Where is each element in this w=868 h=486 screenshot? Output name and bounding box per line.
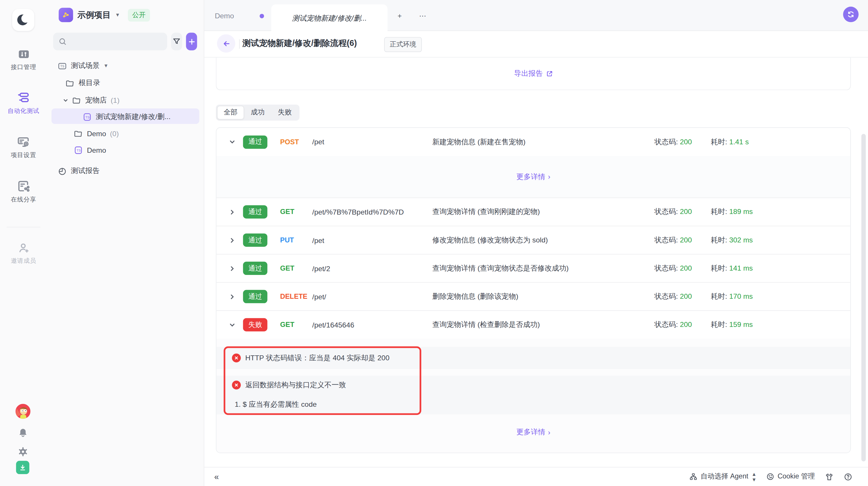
tree-root-test-scenarios[interactable]: TS 测试场景 ▼ [58,61,108,71]
sync-button[interactable] [843,7,859,22]
collapse-sidebar-button[interactable]: « [214,472,219,481]
duration-label: 耗时: [711,207,727,216]
project-switcher[interactable]: 示例项目 ▼ 公开 [59,8,150,22]
project-name: 示例项目 [78,9,111,20]
status-code-label: 状态码: [654,320,678,329]
tree-item-pet-store[interactable]: 宠物店 (1) [62,95,119,105]
tree-item-root-dir[interactable]: 根目录 [65,78,100,88]
svg-text:TS: TS [60,64,64,68]
tab-active-scenario[interactable]: 测试宠物新建/修改/删... [271,4,388,31]
sidebar-item-api-management[interactable]: 接口管理 [0,47,47,71]
chevron-down-icon[interactable] [227,139,236,145]
download-client-button[interactable] [16,460,29,474]
chevron-down-icon[interactable] [62,98,68,102]
step-row-header[interactable]: 通过 PUT /pet 修改宠物信息 (修改宠物状态为 sold) 状态码: 2… [216,226,850,254]
moon-logo-icon [16,13,31,27]
user-avatar[interactable] [16,403,30,418]
filter-all[interactable]: 全部 [217,106,244,120]
status-badge: 通过 [243,262,268,275]
tab-more-button[interactable]: ⋯ [417,9,429,22]
export-report-link[interactable]: 导出报告 [514,68,553,78]
step-row-failed: 失败 GET /pet/1645646 查询宠物详情 (检查删除是否成功) 状态… [216,310,850,453]
tab-demo[interactable]: Demo [215,0,234,31]
environment-badge[interactable]: 正式环境 [384,37,422,52]
tree-label: Demo [87,129,106,138]
funnel-icon [172,37,181,46]
tree-item-demo-scenario[interactable]: TS Demo [73,145,106,155]
app-logo[interactable] [12,9,34,31]
theme-button[interactable] [825,472,833,481]
filter-failed[interactable]: 失败 [271,106,298,120]
sidebar-item-project-settings[interactable]: 项目设置 [0,135,47,159]
status-badge: 通过 [243,205,268,219]
search-input[interactable] [53,33,167,50]
tree-label: 测试报告 [71,166,100,176]
status-code-label: 状态码: [654,138,678,146]
bell-icon [17,427,29,439]
step-row-header[interactable]: 失败 GET /pet/1645646 查询宠物详情 (检查删除是否成功) 状态… [216,310,850,338]
filter-button[interactable] [171,33,182,50]
notifications-button[interactable] [17,427,29,439]
test-scenario-file-icon: TS [83,112,92,121]
help-button[interactable] [844,472,852,481]
tshirt-icon [825,472,833,481]
http-method: GET [280,264,312,272]
duration-value: 141 ms [729,264,753,272]
invite-members-button[interactable]: 邀请成员 [0,241,47,265]
request-description: 修改宠物信息 (修改宠物状态为 sold) [432,235,654,245]
more-details-link[interactable]: 更多详情 › [517,172,551,182]
tree-count: (1) [111,96,119,104]
duration-label: 耗时: [711,138,727,146]
chevron-down-icon[interactable] [227,322,236,328]
step-row: 通过 DELETE /pet/ 删除宠物信息 (删除该宠物) 状态码: 200 … [216,282,850,310]
tree-item-demo-folder[interactable]: Demo (0) [73,129,119,138]
chevron-right-icon[interactable] [227,293,236,300]
bottom-toolbar: « 自动选择 Agent ▲▼ [204,467,868,486]
rail-label: 自动化测试 [7,107,39,115]
app-window: 接口管理 自动化测试 项目设置 [0,0,868,486]
more-details-label: 更多详情 [517,172,545,182]
new-tab-button[interactable]: + [394,9,406,22]
tree-item-selected-scenario-content[interactable]: TS 测试宠物新建/修改/删... [83,112,170,122]
duration-value: 189 ms [729,207,753,216]
tree-count: (0) [110,129,119,138]
sync-icon [846,10,855,19]
step-row-header[interactable]: 通过 GET /pet/2 查询宠物详情 (查询宠物状态是否修改成功) 状态码:… [216,254,850,282]
step-row-header[interactable]: 通过 GET /pet/%7B%7BpetId%7D%7D 查询宠物详情 (查询… [216,197,850,226]
step-row-header[interactable]: 通过 DELETE /pet/ 删除宠物信息 (删除该宠物) 状态码: 200 … [216,282,850,310]
result-filter-segmented: 全部 成功 失败 [216,104,300,121]
status-code-value: 200 [680,207,692,216]
settings-button[interactable] [17,446,29,457]
sidebar-item-automated-testing[interactable]: 自动化测试 [0,91,47,115]
step-row-header[interactable]: 通过 POST /pet 新建宠物信息 (新建在售宠物) 状态码: 200 耗时… [216,128,850,156]
tree-item-test-reports[interactable]: 测试报告 [58,166,100,176]
download-icon [19,463,27,471]
filter-success[interactable]: 成功 [244,106,271,120]
error-line-detail: 1. $ 应当有必需属性 code [235,394,317,415]
report-summary-card: 导出报告 [216,58,851,90]
tree-label: 测试场景 [71,61,100,71]
chevron-right-icon: › [548,428,550,436]
sidebar-item-online-share[interactable]: 在线分享 [0,179,47,203]
chevron-right-icon[interactable] [227,237,236,243]
tree-label: 测试宠物新建/修改/删... [96,112,170,122]
more-details-link[interactable]: 更多详情 › [517,427,551,437]
cookie-manager-button[interactable]: Cookie 管理 [766,472,815,481]
request-path: /pet/ [312,292,433,301]
constellation-glyph [62,10,70,19]
step-row: 通过 GET /pet/2 查询宠物详情 (查询宠物状态是否修改成功) 状态码:… [216,254,850,282]
agent-selector[interactable]: 自动选择 Agent ▲▼ [689,471,756,482]
chevron-right-icon[interactable] [227,209,236,215]
status-code-value: 200 [680,236,692,244]
step-row: 通过 POST /pet 新建宠物信息 (新建在售宠物) 状态码: 200 耗时… [216,128,850,197]
status-badge: 通过 [243,290,268,303]
vertical-scrollbar[interactable] [861,134,866,461]
back-button[interactable] [217,34,235,53]
rail-divider [7,227,40,227]
more-details-label: 更多详情 [517,427,545,437]
add-button[interactable] [186,33,197,50]
rail-label: 邀请成员 [11,257,36,265]
request-path: /pet/%7B%7BpetId%7D%7D [312,208,433,216]
chevron-right-icon[interactable] [227,265,236,271]
automated-testing-icon [17,91,31,105]
